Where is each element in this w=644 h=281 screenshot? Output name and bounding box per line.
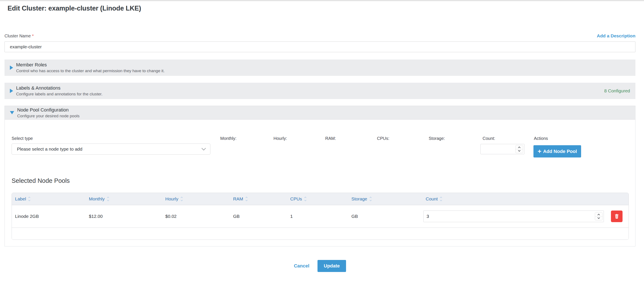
expand-right-icon <box>10 89 13 93</box>
stepper-arrows <box>516 145 523 153</box>
expand-right-icon <box>10 66 13 70</box>
cancel-button[interactable]: Cancel <box>294 263 309 269</box>
stepper-up-button[interactable] <box>516 145 523 149</box>
stepper-down-button[interactable] <box>595 216 602 220</box>
labels-annotations-title: Labels & Annotations <box>16 85 102 91</box>
cell-hourly: $0.02 <box>165 214 233 219</box>
add-description-link[interactable]: Add a Description <box>597 33 636 39</box>
table-row: Linode 2GB $12.00 $0.02 GB 1 GB <box>12 205 628 228</box>
accordion-node-pool-header[interactable]: Node Pool Configuration Configure your d… <box>5 106 635 120</box>
cell-label: Linode 2GB <box>15 214 89 219</box>
node-type-select-value: Please select a node type to add <box>17 147 82 152</box>
sort-icon <box>304 197 306 201</box>
node-pool-subtitle: Configure your desired node pools <box>17 114 80 118</box>
monthly-column-label: Monthly: <box>220 136 236 141</box>
accordion-labels-annotations[interactable]: Labels & Annotations Configure labels an… <box>4 83 636 99</box>
required-asterisk: * <box>32 34 34 38</box>
cell-cpus: 1 <box>290 214 352 219</box>
trash-icon <box>614 213 620 219</box>
add-node-pool-button[interactable]: + Add Node Pool <box>534 145 581 157</box>
member-roles-subtitle: Control who has access to the cluster an… <box>16 69 165 73</box>
collapse-down-icon <box>10 111 14 114</box>
selected-node-pools-heading: Selected Node Pools <box>12 177 70 184</box>
header-hourly[interactable]: Hourly <box>165 196 233 201</box>
sort-icon <box>246 197 247 201</box>
chevron-up-icon <box>518 147 520 149</box>
stepper-up-button[interactable] <box>595 212 602 216</box>
form-actions: Cancel Update <box>4 260 636 272</box>
labels-annotations-subtitle: Configure labels and annotations for the… <box>16 92 102 96</box>
cell-storage: GB <box>352 214 423 219</box>
cell-monthly: $12.00 <box>89 214 165 219</box>
sort-icon <box>440 197 442 201</box>
select-type-label: Select type <box>12 136 33 141</box>
delete-node-pool-button[interactable] <box>611 210 622 222</box>
header-count[interactable]: Count <box>423 196 628 201</box>
chevron-down-icon <box>598 216 600 219</box>
count-stepper <box>480 144 524 154</box>
row-count-input[interactable] <box>424 211 604 222</box>
node-pool-content: Select type Monthly: Hourly: RAM: CPUs: … <box>5 120 635 246</box>
node-pool-configuration-section: Node Pool Configuration Configure your d… <box>4 106 636 246</box>
update-button[interactable]: Update <box>318 260 346 272</box>
header-storage[interactable]: Storage <box>352 196 423 201</box>
header-monthly[interactable]: Monthly <box>89 196 165 201</box>
page-title: Edit Cluster: example-cluster (Linode LK… <box>8 5 644 12</box>
table-footer-row <box>12 228 628 239</box>
table-header-row: Label Monthly Hourly RAM <box>12 193 628 205</box>
header-ram[interactable]: RAM <box>233 196 290 201</box>
chevron-down-icon <box>202 146 206 150</box>
chevron-down-icon <box>518 149 520 152</box>
labels-configured-badge: 8 Configured <box>604 88 630 93</box>
sort-icon <box>370 197 371 201</box>
cpus-column-label: CPUs: <box>377 136 390 141</box>
sort-icon <box>181 197 182 201</box>
member-roles-title: Member Roles <box>16 62 165 68</box>
accordion-member-roles[interactable]: Member Roles Control who has access to t… <box>4 60 636 76</box>
header-cpus[interactable]: CPUs <box>290 196 352 201</box>
sort-icon <box>107 197 109 201</box>
cell-ram: GB <box>233 214 290 219</box>
sort-icon <box>28 197 30 201</box>
cell-count <box>423 205 628 227</box>
selected-node-pools-table: Label Monthly Hourly RAM <box>12 193 629 240</box>
top-divider <box>0 0 644 1</box>
edit-cluster-form: Cluster Name* Add a Description Member R… <box>0 33 644 272</box>
count-column-label: Count: <box>482 136 495 141</box>
hourly-column-label: Hourly: <box>274 136 287 141</box>
node-type-select[interactable]: Please select a node type to add <box>12 144 210 155</box>
actions-column-label: Actions <box>534 136 548 141</box>
row-count-stepper <box>423 210 604 222</box>
ram-column-label: RAM: <box>325 136 336 141</box>
chevron-up-icon <box>598 214 600 216</box>
stepper-down-button[interactable] <box>516 149 523 153</box>
node-pool-title: Node Pool Configuration <box>17 107 80 113</box>
cluster-name-label: Cluster Name* <box>4 34 34 39</box>
header-label[interactable]: Label <box>15 196 89 201</box>
stepper-arrows <box>595 212 602 220</box>
storage-column-label: Storage: <box>429 136 445 141</box>
cluster-name-input[interactable] <box>4 42 636 52</box>
